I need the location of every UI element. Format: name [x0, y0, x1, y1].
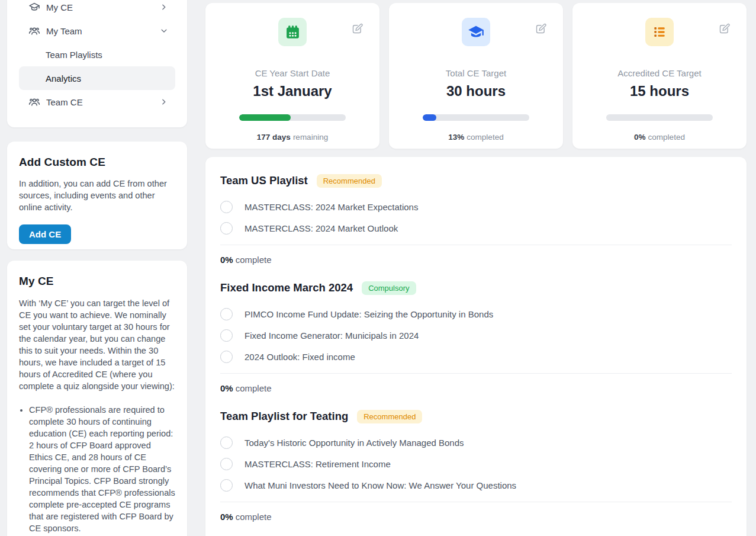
recommended-badge: Recommended: [317, 174, 382, 188]
item-label: MASTERCLASS: Retirement Income: [245, 459, 391, 469]
my-ce-description: With ‘My CE’ you can target the level of…: [19, 297, 175, 392]
stat-footer: 0%completed: [572, 133, 747, 142]
graduation-cap-icon: [462, 18, 490, 46]
stat-footer-rest: remaining: [293, 133, 328, 142]
playlist-header: Team US Playlist Recommended: [220, 174, 732, 188]
stat-label: CE Year Start Date: [205, 68, 379, 78]
playlist-title: Team Playlist for Teating: [220, 410, 348, 423]
my-ce-title: My CE: [19, 275, 175, 288]
stat-footer-rest: completed: [648, 133, 685, 142]
graduation-cap-icon: [28, 1, 40, 13]
item-label: Today's Historic Opportunity in Actively…: [245, 438, 464, 448]
sidebar-item-my-team[interactable]: My Team: [19, 19, 175, 43]
completion-label: complete: [236, 512, 272, 522]
playlist-header: Team Playlist for Teating Recommended: [220, 409, 732, 423]
item-label: MASTERCLASS: 2024 Market Outlook: [245, 223, 398, 233]
my-ce-bullet: CFP® professionals are required to compl…: [29, 404, 175, 534]
progress-bar-fill: [423, 114, 436, 121]
playlist-item: 2024 Outlook: Fixed income: [220, 346, 732, 367]
compulsory-badge: Compulsory: [362, 281, 416, 295]
divider: [220, 373, 732, 374]
stat-footer-bold: 177 days: [257, 133, 291, 142]
divider: [220, 502, 732, 502]
chevron-right-icon: [160, 3, 168, 11]
playlist-item: MASTERCLASS: Retirement Income: [220, 453, 732, 474]
playlist-item: Fixed Income Generator: Municipals in 20…: [220, 325, 732, 346]
stat-label: Total CE Target: [389, 68, 563, 78]
playlist-section: Team Playlist for Teating Recommended To…: [220, 409, 732, 524]
my-ce-bullet-list: CFP® professionals are required to compl…: [19, 404, 175, 534]
calendar-icon: [278, 18, 307, 46]
sidebar-item-label: Analytics: [46, 73, 81, 84]
sidebar-item-label: My Team: [46, 26, 82, 36]
edit-icon[interactable]: [535, 23, 547, 35]
item-label: Fixed Income Generator: Municipals in 20…: [245, 330, 419, 341]
playlist-item: What Muni Investors Need to Know Now: We…: [220, 474, 732, 496]
sidebar-item-my-ce[interactable]: My CE: [19, 0, 175, 19]
stat-footer: 13%completed: [389, 133, 563, 142]
item-label: 2024 Outlook: Fixed income: [245, 352, 355, 362]
list-icon: [645, 18, 674, 46]
sidebar-item-analytics[interactable]: Analytics: [19, 66, 175, 90]
playlist-section: Fixed Income March 2024 Compulsory PIMCO…: [220, 281, 732, 395]
item-checkbox[interactable]: [220, 458, 233, 470]
sidebar-item-team-ce[interactable]: Team CE: [19, 90, 175, 114]
divider: [220, 245, 732, 245]
completion-percent: 0%: [220, 255, 233, 265]
playlist-item: PIMCO Income Fund Update: Seizing the Op…: [220, 303, 732, 325]
stat-label: Accredited CE Target: [572, 68, 747, 78]
add-ce-button[interactable]: Add CE: [19, 224, 71, 244]
completion-percent: 0%: [220, 383, 233, 393]
progress-bar: [423, 114, 529, 121]
item-checkbox[interactable]: [220, 329, 233, 342]
stat-footer: 177 daysremaining: [205, 133, 379, 142]
recommended-badge: Recommended: [357, 410, 422, 423]
sidebar-item-label: Team CE: [46, 97, 83, 107]
playlist-item: Today's Historic Opportunity in Actively…: [220, 432, 732, 453]
sidebar-item-team-playlists[interactable]: Team Playlists: [19, 43, 175, 66]
playlist-title: Fixed Income March 2024: [220, 281, 353, 294]
item-checkbox[interactable]: [220, 222, 233, 235]
chevron-down-icon: [160, 27, 168, 35]
item-checkbox[interactable]: [220, 479, 233, 492]
my-ce-info-card: My CE With ‘My CE’ you can target the le…: [7, 261, 187, 536]
add-custom-ce-title: Add Custom CE: [19, 156, 175, 169]
completion-percent: 0%: [220, 512, 233, 522]
playlists-panel: Team US Playlist Recommended MASTERCLASS…: [205, 157, 747, 536]
total-ce-target-card: Total CE Target 30 hours 13%completed: [389, 3, 563, 149]
sidebar-nav-card: My CE My Team Team Playlists Analytics: [7, 0, 187, 127]
progress-bar: [239, 114, 346, 121]
users-icon: [28, 96, 40, 108]
stat-value: 1st January: [205, 83, 379, 100]
stat-footer-rest: completed: [467, 133, 503, 142]
chevron-right-icon: [160, 98, 168, 106]
ce-year-start-card: CE Year Start Date 1st January 177 daysr…: [205, 3, 379, 149]
playlist-section: Team US Playlist Recommended MASTERCLASS…: [220, 174, 732, 267]
progress-bar: [606, 114, 713, 121]
add-custom-ce-card: Add Custom CE In addition, you can add C…: [7, 142, 187, 249]
stat-value: 30 hours: [389, 83, 563, 100]
sidebar-item-label: Team Playlists: [46, 50, 102, 60]
item-checkbox[interactable]: [220, 351, 233, 363]
playlist-title: Team US Playlist: [220, 174, 308, 187]
sidebar-item-label: My CE: [46, 2, 73, 12]
edit-icon[interactable]: [718, 23, 731, 35]
add-custom-ce-description: In addition, you can add CE from other s…: [19, 178, 175, 213]
users-icon: [28, 25, 40, 37]
item-label: PIMCO Income Fund Update: Seizing the Op…: [245, 309, 493, 319]
stat-value: 15 hours: [572, 83, 747, 100]
item-label: What Muni Investors Need to Know Now: We…: [245, 480, 516, 490]
completion-label: complete: [236, 255, 272, 265]
completion-label: complete: [236, 383, 272, 393]
accredited-ce-target-card: Accredited CE Target 15 hours 0%complete…: [572, 3, 747, 149]
progress-bar-fill: [239, 114, 291, 121]
completion-status: 0%complete: [220, 512, 732, 524]
item-checkbox[interactable]: [220, 436, 233, 449]
playlist-item: MASTERCLASS: 2024 Market Expectations: [220, 196, 732, 217]
completion-status: 0%complete: [220, 255, 732, 267]
edit-icon[interactable]: [351, 23, 363, 35]
item-checkbox[interactable]: [220, 308, 233, 320]
stat-footer-bold: 0%: [634, 133, 646, 142]
completion-status: 0%complete: [220, 383, 732, 395]
item-checkbox[interactable]: [220, 201, 233, 213]
